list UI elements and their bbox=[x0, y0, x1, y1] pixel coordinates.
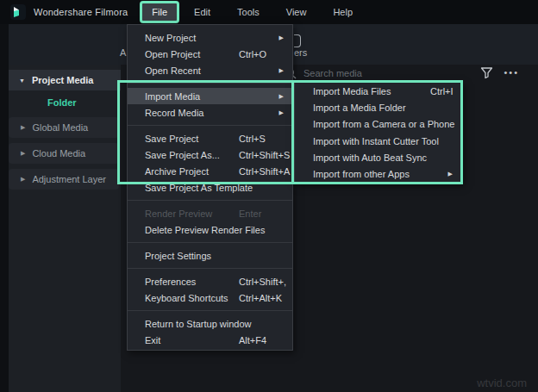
shortcut: Ctrl+O bbox=[239, 49, 266, 59]
menu-item-render-preview: Render PreviewEnter bbox=[128, 205, 292, 221]
cloud-media-label: Cloud Media bbox=[32, 148, 85, 159]
menu-separator bbox=[128, 268, 292, 269]
hidden-tab-icon-fragment bbox=[294, 34, 301, 47]
chevron-right-icon: ▶ bbox=[21, 150, 25, 157]
sidebar-item-adjustment-layer[interactable]: ▶ Adjustment Layer bbox=[9, 169, 119, 190]
chevron-down-icon: ▼ bbox=[19, 78, 25, 84]
shortcut: Ctrl+I bbox=[430, 86, 454, 96]
submenu-arrow-icon: ▶ bbox=[279, 109, 284, 116]
menu-item-project-settings[interactable]: Project Settings bbox=[128, 247, 292, 264]
submenu-arrow-icon: ▶ bbox=[279, 67, 284, 74]
menu-item-archive-project[interactable]: Archive ProjectCtrl+Shift+A bbox=[128, 163, 292, 179]
import-media-submenu: Import Media FilesCtrl+I Import a Media … bbox=[294, 82, 463, 184]
shortcut: Ctrl+Shift+A bbox=[239, 166, 290, 177]
app-title: Wondershare Filmora bbox=[34, 7, 128, 17]
menu-separator bbox=[128, 242, 292, 243]
submenu-item-import-with-auto-beat-sync[interactable]: Import with Auto Beat Sync bbox=[295, 150, 462, 165]
file-menu-dropdown: New Project▶ Open ProjectCtrl+O Open Rec… bbox=[127, 24, 293, 351]
tab-fragment-stickers[interactable]: ers bbox=[294, 47, 307, 58]
menubar-help[interactable]: Help bbox=[323, 3, 362, 21]
menu-item-open-project[interactable]: Open ProjectCtrl+O bbox=[128, 46, 292, 62]
menu-item-new-project[interactable]: New Project▶ bbox=[128, 29, 292, 46]
menu-item-return-to-startup-window[interactable]: Return to Startup window bbox=[128, 315, 292, 332]
shortcut: Ctrl+Shift+, bbox=[239, 277, 286, 287]
menu-item-open-recent[interactable]: Open Recent▶ bbox=[128, 62, 292, 78]
submenu-item-import-media-files[interactable]: Import Media FilesCtrl+I bbox=[295, 84, 462, 99]
sidebar-item-folder[interactable]: Folder bbox=[47, 97, 77, 108]
shortcut: Alt+F4 bbox=[239, 335, 266, 345]
menubar-edit[interactable]: Edit bbox=[185, 3, 220, 21]
menu-item-record-media[interactable]: Record Media▶ bbox=[128, 104, 292, 121]
submenu-item-import-a-media-folder[interactable]: Import a Media Folder bbox=[295, 100, 462, 115]
shortcut: Ctrl+Shift+S bbox=[239, 150, 290, 160]
submenu-item-import-with-instant-cutter-tool[interactable]: Import with Instant Cutter Tool bbox=[295, 134, 462, 149]
submenu-item-import-from-other-apps[interactable]: Import from other Apps▶ bbox=[295, 166, 462, 182]
filmora-window: Media Stock Media A ers Templates Search… bbox=[0, 0, 538, 392]
menu-item-keyboard-shortcuts[interactable]: Keyboard ShortcutsCtrl+Alt+K bbox=[128, 289, 292, 306]
global-media-label: Global Media bbox=[32, 122, 88, 133]
menubar-file[interactable]: File bbox=[142, 3, 177, 21]
menu-item-delete-preview-render-files[interactable]: Delete Preview Render Files bbox=[128, 221, 292, 238]
watermark: wtvid.com bbox=[477, 376, 527, 389]
menubar-tools[interactable]: Tools bbox=[228, 3, 269, 21]
shortcut: Enter bbox=[239, 208, 261, 219]
menu-separator bbox=[128, 125, 292, 126]
menu-item-import-media[interactable]: Import Media▶ bbox=[128, 88, 292, 104]
submenu-item-import-from-camera-or-phone[interactable]: Import from a Camera or a Phone bbox=[295, 116, 462, 132]
menu-item-exit[interactable]: ExitAlt+F4 bbox=[128, 332, 292, 348]
shortcut: Ctrl+S bbox=[239, 134, 266, 144]
menu-separator bbox=[128, 83, 292, 84]
sidebar-item-project-media[interactable]: ▼ Project Media bbox=[9, 70, 121, 90]
sidebar-item-global-media[interactable]: ▶ Global Media bbox=[9, 117, 119, 138]
shortcut: Ctrl+Alt+K bbox=[239, 293, 282, 303]
more-options-icon[interactable]: ••• bbox=[504, 67, 519, 78]
adjustment-layer-label: Adjustment Layer bbox=[32, 174, 106, 184]
chevron-right-icon: ▶ bbox=[21, 124, 25, 131]
title-menu-bar: Wondershare Filmora File Edit Tools View… bbox=[0, 0, 538, 24]
menubar-view[interactable]: View bbox=[277, 3, 316, 21]
menubar: File Edit Tools View Help bbox=[142, 0, 370, 24]
window-edge bbox=[0, 24, 9, 392]
menu-item-save-project-as[interactable]: Save Project As...Ctrl+Shift+S bbox=[128, 146, 292, 163]
submenu-arrow-icon: ▶ bbox=[448, 171, 453, 177]
menu-separator bbox=[128, 200, 292, 201]
menu-item-save-project-as-template[interactable]: Save Project As Template bbox=[128, 179, 292, 196]
sidebar-item-cloud-media[interactable]: ▶ Cloud Media bbox=[9, 143, 119, 164]
menu-item-save-project[interactable]: Save ProjectCtrl+S bbox=[128, 130, 292, 146]
menu-separator bbox=[128, 310, 292, 311]
project-media-label: Project Media bbox=[32, 75, 94, 85]
submenu-arrow-icon: ▶ bbox=[279, 34, 284, 41]
search-input[interactable]: Search media bbox=[303, 68, 362, 78]
media-sidebar: ▼ Project Media Folder ▶ Global Media ▶ … bbox=[9, 65, 121, 392]
menu-item-preferences[interactable]: PreferencesCtrl+Shift+, bbox=[128, 273, 292, 289]
submenu-arrow-icon: ▶ bbox=[279, 93, 284, 100]
tab-fragment-audio[interactable]: A bbox=[120, 47, 126, 58]
filter-icon[interactable] bbox=[480, 66, 493, 79]
filmora-logo-icon bbox=[10, 4, 26, 20]
chevron-right-icon: ▶ bbox=[21, 176, 25, 183]
